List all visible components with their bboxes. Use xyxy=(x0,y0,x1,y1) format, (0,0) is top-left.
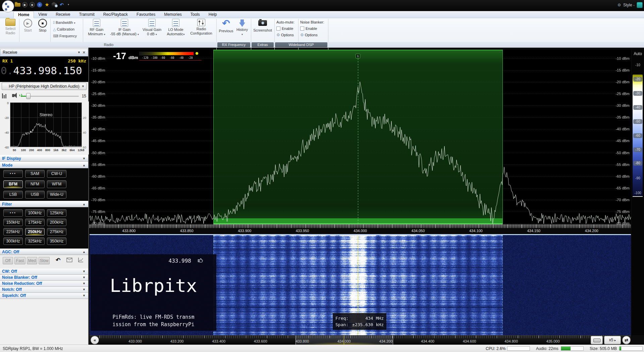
palette-scale-chip[interactable]: -30 xyxy=(633,91,642,96)
chevron-down-icon[interactable]: ▼ xyxy=(83,275,86,280)
more-options-button[interactable]: ••• xyxy=(3,170,23,178)
open-file-button[interactable] xyxy=(15,3,20,7)
filter-225khz[interactable]: 225kHz xyxy=(3,228,23,235)
tab-view[interactable]: View xyxy=(34,11,51,18)
panel-close-icon[interactable]: ✕ xyxy=(83,49,86,56)
band-navigation-bar[interactable]: « x5 ▸ ⇄ 433.000433.200433.400433.600433… xyxy=(90,335,631,345)
auto-mute-enable-checkbox[interactable]: Enable xyxy=(276,26,299,32)
mode-lsb[interactable]: LSB xyxy=(3,191,23,199)
agc-graph-icon[interactable] xyxy=(78,257,84,263)
auto-mute-options-button[interactable]: ⚙Options xyxy=(276,32,299,38)
filter-200khz[interactable]: 200kHz xyxy=(47,219,66,226)
spectrum-canvas[interactable] xyxy=(90,50,631,224)
bandwidth-button[interactable]: ⦙⦙ Bandwidth ▾ xyxy=(53,19,75,26)
pan-mode-button[interactable]: ⇄ xyxy=(622,336,631,344)
rf-gain-button[interactable]: RF GainMinimum ▾ xyxy=(85,19,109,37)
visual-gain-button[interactable]: Visual Gain0 dB ▾ xyxy=(140,19,164,37)
drag-handle-dots[interactable] xyxy=(332,235,360,236)
palette-scale-chip[interactable]: -70 xyxy=(633,147,642,152)
chevron-up-icon[interactable]: ▲ xyxy=(83,201,86,207)
filter-125khz[interactable]: 125kHz xyxy=(47,209,66,217)
waterfall-display[interactable]: 433.998 Librpitx PiFmRds: live FM-RDS tr… xyxy=(90,235,631,335)
quick-screenshot-button[interactable] xyxy=(52,2,57,7)
mode-usb[interactable]: USB xyxy=(25,191,45,199)
panel-collapse-icon[interactable]: ▼ xyxy=(77,49,80,56)
filter-350khz[interactable]: 350kHz xyxy=(47,237,66,245)
chevron-down-icon[interactable]: ▼ xyxy=(83,281,86,287)
colorbar-marker-dot[interactable] xyxy=(196,52,198,55)
tab-home[interactable]: Home xyxy=(13,11,34,18)
section-filter[interactable]: Filter▲ xyxy=(0,201,88,207)
filter-275khz[interactable]: 275kHz xyxy=(47,228,66,235)
tab-memories[interactable]: Memories xyxy=(160,11,186,18)
section-agc[interactable]: AGC: Off▲ xyxy=(0,249,88,255)
chevron-down-icon[interactable]: ▼ xyxy=(83,287,86,293)
section-cw[interactable]: CW: Off▼ xyxy=(0,269,88,275)
tab-transmit[interactable]: Transmit xyxy=(75,11,99,18)
frequency-button[interactable]: ⌨ Frequency xyxy=(53,33,77,39)
mode-bfm[interactable]: BFM xyxy=(3,180,23,188)
application-menu-button[interactable] xyxy=(2,0,14,12)
select-radio-button[interactable]: SelectRadio xyxy=(3,19,18,35)
chevron-down-icon[interactable]: ▼ xyxy=(83,269,86,274)
tab-receive[interactable]: Receive xyxy=(51,11,74,18)
audio-device-select[interactable]: HP (Périphérique High Definition Audio)▼ xyxy=(2,83,87,90)
palette-scale-chip[interactable]: -50 xyxy=(633,119,642,124)
agc-fast[interactable]: Fast xyxy=(14,257,25,264)
section-noise-blanker[interactable]: Noise Blanker: Off▼ xyxy=(0,275,88,281)
zoom-factor-button[interactable]: x5 ▸ xyxy=(604,336,621,344)
palette-floor-marker[interactable] xyxy=(633,196,643,197)
rx-marker-flag[interactable]: 1 xyxy=(356,54,360,58)
tab-help[interactable]: Help xyxy=(204,11,221,18)
more-options-button[interactable]: ••• xyxy=(3,209,23,217)
agc-off[interactable]: Off xyxy=(3,257,13,264)
palette-scale-chip[interactable]: -60 xyxy=(633,133,642,138)
agc-slow[interactable]: Slow xyxy=(39,257,50,264)
chevron-down-icon[interactable]: ▼ xyxy=(83,293,86,299)
chevron-up-icon[interactable]: ▲ xyxy=(83,162,86,168)
add-button[interactable]: + xyxy=(37,2,42,7)
receive-panel-caption[interactable]: Receive ▼ ✕ xyxy=(0,49,88,56)
filter-175khz[interactable]: 175kHz xyxy=(25,219,45,226)
chevron-up-icon[interactable]: ▲ xyxy=(83,249,86,255)
quick-stop-button[interactable]: ■ xyxy=(30,2,35,7)
checkbox-icon[interactable] xyxy=(276,27,280,31)
spectrum-frequency-ruler[interactable]: 433.800433.850433.900433.950434.000434.0… xyxy=(90,224,631,234)
filter-325khz[interactable]: 325kHz xyxy=(25,237,45,245)
quick-play-button[interactable]: ▶ xyxy=(22,2,28,7)
noise-blanker-enable-checkbox[interactable]: Enable xyxy=(300,26,327,32)
tab-tools[interactable]: Tools xyxy=(186,11,204,18)
equalizer-icon[interactable] xyxy=(2,93,7,98)
mode-wfm[interactable]: WFM xyxy=(47,180,66,188)
screenshot-button[interactable]: Screenshot xyxy=(252,19,273,33)
filter-100khz[interactable]: 100kHz xyxy=(25,209,45,217)
favourite-star-icon[interactable]: ★ xyxy=(44,2,50,7)
palette-scale-chip[interactable]: -40 xyxy=(633,105,642,110)
agc-undo-icon[interactable]: ↶ xyxy=(56,257,60,264)
palette-colorbar[interactable] xyxy=(139,52,194,55)
filter-300khz[interactable]: 300kHz xyxy=(3,237,23,245)
section-if-display[interactable]: IF Display▼ xyxy=(0,155,88,162)
palette-scale-chip[interactable]: -80 xyxy=(633,161,642,166)
noise-blanker-options-button[interactable]: ⚙Options xyxy=(300,32,327,38)
waterfall-palette-scale[interactable]: Auto -10-90-100-20-30-40-50-60-70-80 xyxy=(632,50,644,335)
section-squelch[interactable]: Squelch: Off▼ xyxy=(0,293,88,299)
checkbox-icon[interactable] xyxy=(300,27,304,31)
mode-sam[interactable]: SAM xyxy=(25,170,45,178)
filter-250khz[interactable]: 250kHz xyxy=(25,228,45,235)
keyboard-entry-button[interactable] xyxy=(591,336,603,344)
palette-scale-chip[interactable]: -20 xyxy=(633,77,642,82)
quick-access-more-icon[interactable]: ▾ xyxy=(66,2,71,7)
agc-scheme-icon[interactable] xyxy=(66,258,72,262)
volume-slider-thumb[interactable] xyxy=(26,93,31,99)
tuned-frequency-value[interactable]: 0.433.998.150 xyxy=(1,64,88,77)
mode-wideu[interactable]: Wide-U xyxy=(47,191,66,199)
scroll-left-button[interactable]: « xyxy=(91,336,99,344)
chevron-down-icon[interactable]: ▼ xyxy=(83,156,86,162)
section-notch[interactable]: Notch: Off▼ xyxy=(0,287,88,293)
agc-med[interactable]: Med xyxy=(27,257,37,264)
previous-button[interactable]: ↶ Previous xyxy=(218,19,234,33)
stop-button[interactable]: ■ Stop xyxy=(36,19,50,33)
tab-favourites[interactable]: Favourites xyxy=(132,11,160,18)
start-button[interactable]: ▶ Start xyxy=(21,19,35,33)
